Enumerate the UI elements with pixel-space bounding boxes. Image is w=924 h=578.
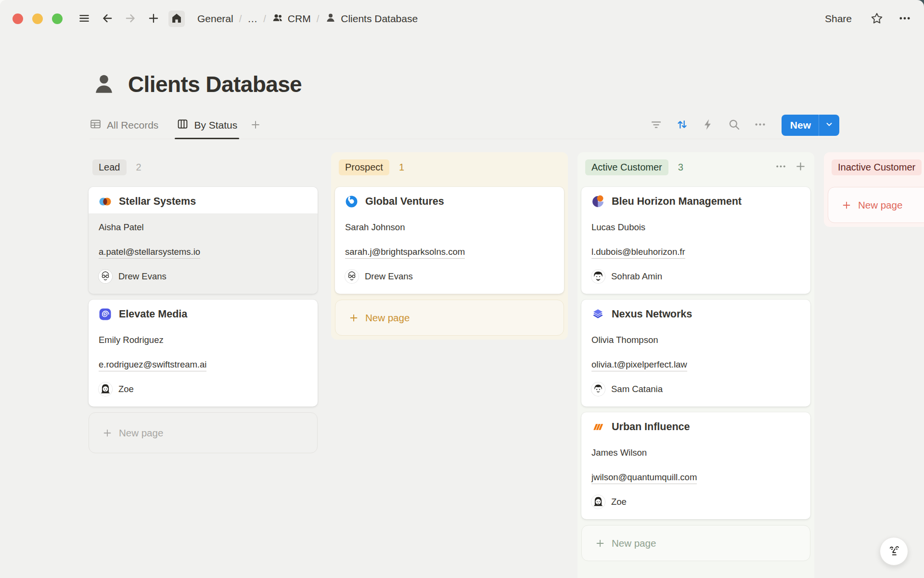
contact-email-link[interactable]: a.patel@stellarsystems.io <box>99 247 308 257</box>
owner-name: Drew Evans <box>118 271 167 282</box>
column-header-prospect: Prospect1 <box>335 156 564 178</box>
card-title-row: Nexus Networks <box>591 308 800 321</box>
breadcrumb: General / … / CRM / Clients Database <box>194 11 421 27</box>
ai-face-icon <box>886 542 902 560</box>
column-actions <box>775 160 807 174</box>
share-button[interactable]: Share <box>821 11 856 26</box>
client-card[interactable]: Elevate MediaEmily Rodrigueze.rodriguez@… <box>89 300 318 407</box>
new-page-label: New page <box>612 538 656 549</box>
column-header-active-customer: Active Customer3 <box>581 156 810 178</box>
plus-icon <box>795 160 807 174</box>
contact-email-link[interactable]: sarah.j@brightsparksolns.com <box>345 247 554 257</box>
tab-all-records[interactable]: All Records <box>90 112 158 139</box>
notion-ai-button[interactable] <box>880 537 908 565</box>
card-title-row: Bleu Horizon Management <box>591 195 800 208</box>
new-page-button-prospect[interactable]: New page <box>335 300 564 336</box>
sohrab-avatar <box>591 270 605 283</box>
status-pill-prospect[interactable]: Prospect <box>339 159 389 175</box>
contact-name: Olivia Thompson <box>591 335 800 345</box>
contact-email-link[interactable]: olivia.t@pixelperfect.law <box>591 359 800 370</box>
drew-avatar <box>99 270 112 283</box>
tab-by-status[interactable]: By Status <box>177 112 237 139</box>
person-icon[interactable] <box>91 72 116 97</box>
nexus-logo <box>591 308 604 321</box>
lightning-icon <box>702 118 715 132</box>
contact-email-link[interactable]: jwilson@quantumquill.com <box>591 472 800 483</box>
view-options-button[interactable] <box>754 118 767 132</box>
automations-button[interactable] <box>702 118 715 132</box>
breadcrumb-item-crm[interactable]: CRM <box>269 11 314 27</box>
owner-name: Zoe <box>611 497 627 507</box>
breadcrumb-item-clients-database[interactable]: Clients Database <box>322 11 421 27</box>
ellipsis-icon <box>775 160 787 174</box>
new-page-label: New page <box>365 312 410 324</box>
owner-name: Drew Evans <box>365 271 413 282</box>
breadcrumb-item-ellipsis[interactable]: … <box>244 12 260 26</box>
bleu-logo <box>591 195 604 208</box>
search-button[interactable] <box>728 118 741 132</box>
company-name: Urban Influence <box>612 421 690 433</box>
owner-row: Sam Catania <box>591 382 800 396</box>
board-column-active-customer: Active Customer3Bleu Horizon ManagementL… <box>578 152 814 578</box>
owner-row: Sohrab Amin <box>591 270 800 283</box>
client-card[interactable]: Bleu Horizon ManagementLucas Duboisl.dub… <box>581 187 810 294</box>
new-record-dropdown-button[interactable] <box>819 115 839 136</box>
zoe-avatar <box>99 382 112 396</box>
chevron-down-icon <box>825 120 833 130</box>
column-add-card-button[interactable] <box>795 160 807 174</box>
status-pill-active-customer[interactable]: Active Customer <box>585 159 668 175</box>
drew-avatar <box>345 270 359 283</box>
owner-name: Sam Catania <box>611 384 663 394</box>
new-page-button-lead[interactable]: New page <box>89 412 318 453</box>
contact-name: Emily Rodriguez <box>99 335 308 345</box>
contact-name: Aisha Patel <box>99 222 308 233</box>
new-page-button-active-customer[interactable]: New page <box>581 525 810 561</box>
stellar-logo <box>99 195 112 208</box>
maximize-window-button[interactable] <box>52 13 63 24</box>
more-options-button[interactable] <box>898 12 911 26</box>
breadcrumb-separator: / <box>263 13 266 25</box>
new-tab-button[interactable] <box>145 11 162 27</box>
card-title-row: Stellar Systems <box>99 195 308 208</box>
contact-name: Lucas Dubois <box>591 222 800 233</box>
client-card[interactable]: Stellar SystemsAisha Patela.patel@stella… <box>89 187 318 294</box>
owner-row: Zoe <box>99 382 308 396</box>
new-page-button-inactive-customer[interactable]: New page <box>828 187 924 223</box>
client-card[interactable]: Global VenturesSarah Johnsonsarah.j@brig… <box>335 187 564 294</box>
ellipsis-icon <box>754 118 767 132</box>
contact-email-link[interactable]: e.rodriguez@swiftstream.ai <box>99 359 308 370</box>
home-button[interactable] <box>168 11 185 27</box>
status-pill-inactive-customer[interactable]: Inactive Customer <box>832 159 922 175</box>
filter-button[interactable] <box>650 118 663 132</box>
back-button[interactable] <box>99 11 116 27</box>
star-icon <box>870 12 884 26</box>
client-card[interactable]: Nexus NetworksOlivia Thompsonolivia.t@pi… <box>581 300 810 407</box>
traffic-lights <box>13 13 63 24</box>
sidebar-menu-button[interactable] <box>76 11 92 27</box>
new-record-button[interactable]: New <box>782 119 819 131</box>
owner-row: Drew Evans <box>345 270 554 283</box>
view-toolbar: New <box>650 115 839 136</box>
breadcrumb-item-general[interactable]: General <box>194 12 236 26</box>
column-options-button[interactable] <box>775 160 787 174</box>
contact-email-link[interactable]: l.dubois@bleuhorizon.fr <box>591 247 800 257</box>
status-pill-lead[interactable]: Lead <box>92 159 127 175</box>
home-icon <box>170 12 183 26</box>
sort-button[interactable] <box>676 118 689 132</box>
favorite-button[interactable] <box>870 12 884 26</box>
card-title-row: Urban Influence <box>591 420 800 434</box>
plus-icon <box>250 125 261 132</box>
card-title-row: Elevate Media <box>99 308 308 321</box>
forward-button[interactable] <box>122 11 139 27</box>
owner-name: Zoe <box>118 384 134 394</box>
board-column-prospect: Prospect1Global VenturesSarah Johnsonsar… <box>331 152 568 340</box>
close-window-button[interactable] <box>13 13 23 24</box>
client-card[interactable]: Urban InfluenceJames Wilsonjwilson@quant… <box>581 412 810 519</box>
minimize-window-button[interactable] <box>32 13 43 24</box>
hamburger-icon <box>78 12 90 26</box>
owner-row: Zoe <box>591 495 800 509</box>
add-view-button[interactable] <box>250 119 261 132</box>
breadcrumb-separator: / <box>239 13 242 25</box>
table-icon <box>90 118 102 132</box>
board-icon <box>177 118 189 132</box>
